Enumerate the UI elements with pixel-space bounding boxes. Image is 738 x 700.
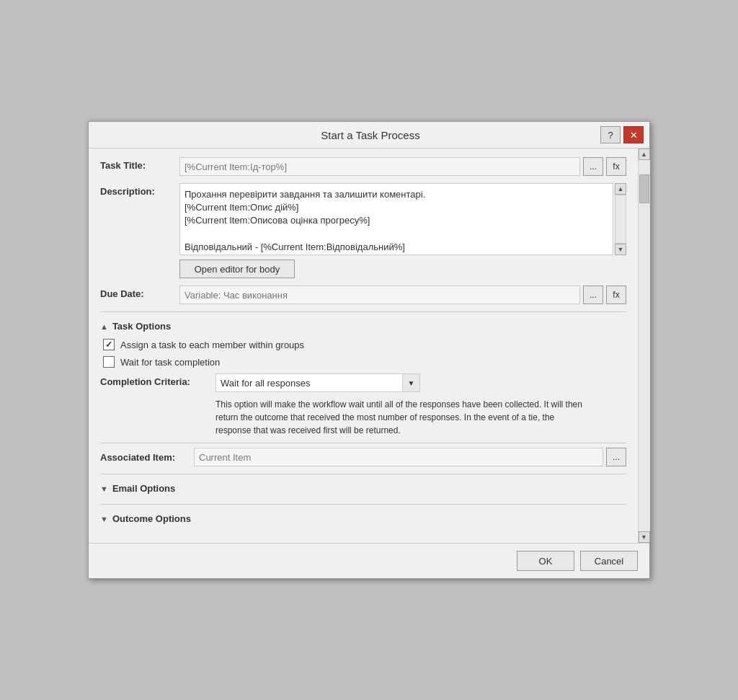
- title-bar: Start a Task Process ? ✕: [89, 122, 649, 149]
- wait-task-row: Wait for task completion: [100, 356, 626, 368]
- associated-item-label: Associated Item:: [100, 452, 194, 463]
- completion-criteria-dropdown-btn[interactable]: ▼: [403, 373, 420, 392]
- outcome-options-chevron-down: ▼: [100, 515, 108, 523]
- title-buttons: ? ✕: [600, 126, 644, 143]
- assign-task-label: Assign a task to each member within grou…: [120, 340, 304, 350]
- dialog-body: Task Title: ... fx Description: Прохання…: [89, 149, 649, 543]
- task-title-ellipsis-btn[interactable]: ...: [583, 157, 603, 176]
- desc-scroll-down-arrow[interactable]: ▼: [615, 244, 626, 255]
- description-area: Прохання перевірити завдання та залишити…: [179, 183, 626, 278]
- description-textarea[interactable]: Прохання перевірити завдання та залишити…: [179, 183, 613, 255]
- task-options-label: Task Options: [112, 321, 171, 332]
- due-date-fx-btn[interactable]: fx: [606, 285, 626, 304]
- dialog-footer: OK Cancel: [89, 543, 649, 578]
- email-options-section: ▼ Email Options: [100, 479, 626, 498]
- completion-criteria-select-wrapper: Wait for all responses ▼: [215, 373, 626, 392]
- assign-task-checkbox[interactable]: [103, 339, 115, 350]
- associated-item-ellipsis-btn[interactable]: ...: [606, 448, 626, 466]
- completion-criteria-controls: Wait for all responses ▼ This option wil…: [215, 373, 626, 437]
- task-title-fx-btn[interactable]: fx: [606, 157, 626, 176]
- due-date-row: Due Date: ... fx: [100, 285, 626, 304]
- description-label: Description:: [100, 183, 179, 197]
- dialog: Start a Task Process ? ✕ Task Title: ...…: [88, 121, 650, 579]
- open-editor-button[interactable]: Open editor for body: [179, 260, 295, 278]
- outcome-options-label: Outcome Options: [112, 513, 191, 524]
- scroll-thumb[interactable]: [639, 174, 649, 203]
- divider-1: [100, 311, 626, 312]
- desc-scroll-up-arrow[interactable]: ▲: [615, 183, 626, 195]
- description-scrollbar: ▲ ▼: [615, 183, 626, 255]
- dialog-title: Start a Task Process: [141, 129, 600, 141]
- ok-button[interactable]: OK: [517, 551, 574, 571]
- scroll-down-arrow[interactable]: ▼: [639, 531, 650, 543]
- task-title-row: Task Title: ... fx: [100, 157, 626, 176]
- email-options-label: Email Options: [112, 483, 175, 494]
- wait-task-checkbox[interactable]: [103, 356, 115, 368]
- completion-hint-text: This option will make the workflow wait …: [215, 398, 590, 437]
- divider-2: [100, 443, 626, 443]
- main-content: Task Title: ... fx Description: Прохання…: [89, 149, 638, 543]
- wait-task-label: Wait for task completion: [120, 357, 220, 368]
- email-options-section-header[interactable]: ▼ Email Options: [100, 479, 626, 498]
- due-date-controls: ... fx: [179, 285, 626, 304]
- completion-criteria-select[interactable]: Wait for all responses: [215, 373, 403, 392]
- close-button[interactable]: ✕: [623, 126, 644, 143]
- task-options-chevron-up: ▲: [100, 322, 108, 331]
- associated-item-input[interactable]: [194, 448, 603, 466]
- completion-criteria-row: Completion Criteria: Wait for all respon…: [100, 373, 626, 437]
- completion-criteria-value: Wait for all responses: [221, 378, 311, 389]
- cancel-button[interactable]: Cancel: [580, 551, 638, 571]
- due-date-input[interactable]: [179, 285, 580, 304]
- assign-task-row: Assign a task to each member within grou…: [100, 339, 626, 350]
- outcome-options-section: ▼ Outcome Options: [100, 509, 626, 528]
- divider-4: [100, 504, 626, 505]
- right-scrollbar: ▲ ▼: [638, 149, 649, 543]
- scroll-track: [639, 160, 650, 531]
- task-title-label: Task Title:: [100, 157, 179, 171]
- desc-scroll-track: [615, 195, 626, 244]
- task-title-input[interactable]: [179, 157, 580, 176]
- divider-3: [100, 474, 626, 474]
- email-options-chevron-down: ▼: [100, 484, 108, 493]
- outcome-options-section-header[interactable]: ▼ Outcome Options: [100, 509, 626, 528]
- completion-criteria-label: Completion Criteria:: [100, 373, 215, 387]
- description-row: Description: Прохання перевірити завданн…: [100, 183, 626, 278]
- due-date-label: Due Date:: [100, 285, 179, 299]
- scroll-up-arrow[interactable]: ▲: [639, 149, 650, 160]
- task-title-controls: ... fx: [179, 157, 626, 176]
- associated-item-row: Associated Item: ...: [100, 448, 626, 466]
- description-scroll-wrap: Прохання перевірити завдання та залишити…: [179, 183, 626, 255]
- task-options-section-header[interactable]: ▲ Task Options: [100, 316, 626, 336]
- due-date-ellipsis-btn[interactable]: ...: [583, 285, 603, 304]
- help-button[interactable]: ?: [600, 126, 621, 143]
